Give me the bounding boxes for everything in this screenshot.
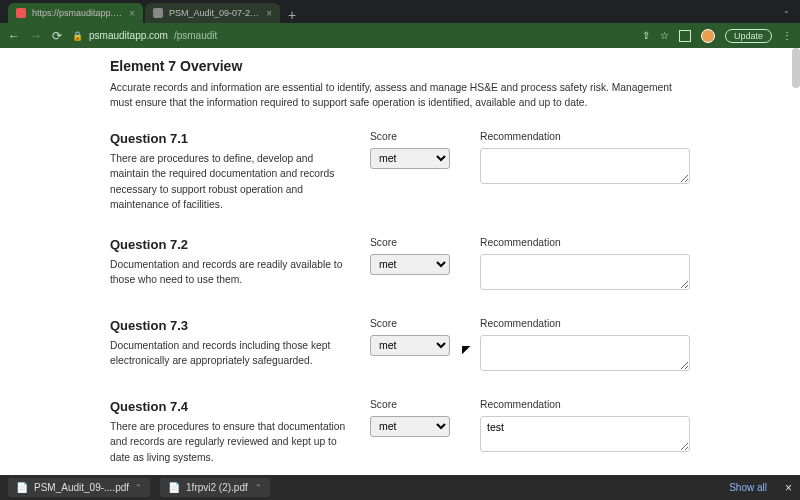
profile-avatar[interactable]: [701, 29, 715, 43]
score-select[interactable]: met: [370, 148, 450, 169]
recommendation-label: Recommendation: [480, 237, 690, 248]
question-desc: Documentation and records including thos…: [110, 338, 350, 369]
overview-text: Accurate records and information are ess…: [110, 80, 690, 111]
share-icon[interactable]: ⇪: [642, 30, 650, 41]
update-button[interactable]: Update: [725, 29, 772, 43]
recommendation-label: Recommendation: [480, 399, 690, 410]
file-icon: 📄: [168, 482, 180, 493]
tab-title: PSM_Audit_09-07-2022 (1).p: [169, 8, 260, 18]
recommendation-input[interactable]: test: [480, 416, 690, 452]
address-bar: ← → ⟳ 🔒 psmauditapp.com/psmaudit ⇪ ☆ Upd…: [0, 23, 800, 48]
main-content: Element 7 Overview Accurate records and …: [110, 48, 690, 475]
download-item[interactable]: 📄 PSM_Audit_09-....pdf ⌃: [8, 478, 150, 497]
recommendation-input[interactable]: [480, 335, 690, 371]
score-select[interactable]: met: [370, 254, 450, 275]
reload-button[interactable]: ⟳: [52, 29, 62, 43]
question-desc: There are procedures to ensure that docu…: [110, 419, 350, 465]
back-button[interactable]: ←: [8, 29, 20, 43]
extensions-icon[interactable]: [679, 30, 691, 42]
url-field[interactable]: 🔒 psmauditapp.com/psmaudit: [72, 30, 632, 41]
page-viewport: Element 7 Overview Accurate records and …: [0, 48, 800, 475]
overview-title: Element 7 Overview: [110, 58, 690, 74]
url-host: psmauditapp.com: [89, 30, 168, 41]
forward-button[interactable]: →: [30, 29, 42, 43]
score-label: Score: [370, 237, 460, 248]
question-title: Question 7.4: [110, 399, 350, 414]
close-shelf-button[interactable]: ×: [785, 481, 792, 495]
scrollbar-thumb[interactable]: [792, 48, 800, 88]
tabs-menu-icon[interactable]: ⌄: [783, 6, 790, 15]
url-path: /psmaudit: [174, 30, 217, 41]
question-title: Question 7.1: [110, 131, 350, 146]
browser-tab-2[interactable]: PSM_Audit_09-07-2022 (1).p ×: [145, 3, 280, 23]
score-label: Score: [370, 131, 460, 142]
download-item[interactable]: 📄 1frpvi2 (2).pdf ⌃: [160, 478, 270, 497]
score-label: Score: [370, 399, 460, 410]
score-label: Score: [370, 318, 460, 329]
favicon-icon: [16, 8, 26, 18]
tab-title: https://psmauditapp.com/psm: [32, 8, 123, 18]
question-row: Question 7.3Documentation and records in…: [110, 308, 690, 389]
question-row: Question 7.1There are procedures to defi…: [110, 121, 690, 227]
recommendation-label: Recommendation: [480, 131, 690, 142]
recommendation-label: Recommendation: [480, 318, 690, 329]
score-select[interactable]: met: [370, 335, 450, 356]
question-desc: There are procedures to define, develop …: [110, 151, 350, 213]
question-title: Question 7.3: [110, 318, 350, 333]
new-tab-button[interactable]: +: [282, 7, 302, 23]
file-icon: 📄: [16, 482, 28, 493]
question-row: Question 7.2Documentation and records ar…: [110, 227, 690, 308]
download-shelf: 📄 PSM_Audit_09-....pdf ⌃ 📄 1frpvi2 (2).p…: [0, 475, 800, 500]
close-icon[interactable]: ×: [266, 8, 272, 19]
recommendation-input[interactable]: [480, 148, 690, 184]
score-select[interactable]: met: [370, 416, 450, 437]
menu-icon[interactable]: ⋮: [782, 30, 792, 41]
question-desc: Documentation and records are readily av…: [110, 257, 350, 288]
tab-strip: https://psmauditapp.com/psm × PSM_Audit_…: [0, 0, 800, 23]
download-filename: 1frpvi2 (2).pdf: [186, 482, 248, 493]
lock-icon: 🔒: [72, 31, 83, 41]
show-all-downloads[interactable]: Show all: [729, 482, 767, 493]
browser-tab-1[interactable]: https://psmauditapp.com/psm ×: [8, 3, 143, 23]
question-row: Question 7.4There are procedures to ensu…: [110, 389, 690, 475]
chevron-up-icon[interactable]: ⌃: [135, 483, 142, 492]
bookmark-icon[interactable]: ☆: [660, 30, 669, 41]
favicon-icon: [153, 8, 163, 18]
chevron-up-icon[interactable]: ⌃: [255, 483, 262, 492]
recommendation-input[interactable]: [480, 254, 690, 290]
close-icon[interactable]: ×: [129, 8, 135, 19]
question-title: Question 7.2: [110, 237, 350, 252]
download-filename: PSM_Audit_09-....pdf: [34, 482, 129, 493]
